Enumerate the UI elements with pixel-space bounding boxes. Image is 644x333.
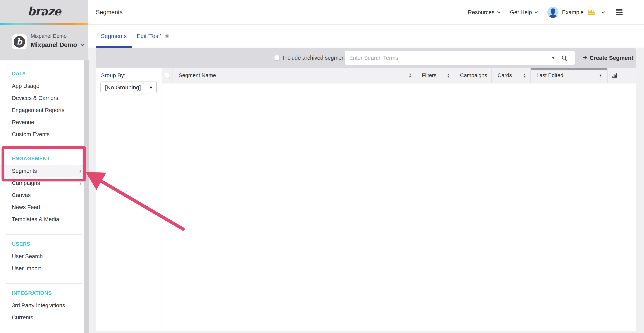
sidebar-item-templates-media[interactable]: Templates & Media (0, 213, 89, 225)
include-archived-checkbox[interactable] (274, 55, 280, 61)
table-body (162, 84, 636, 331)
dropdown-caret-icon: ▾ (150, 85, 152, 91)
chevron-right-icon: › (79, 180, 82, 187)
table-header: Segment Name ▲▼ Filters ▲▼ Campaigns Car… (162, 68, 636, 84)
column-segment-name[interactable]: Segment Name ▲▼ (172, 68, 416, 83)
column-cards[interactable]: Cards ▲▼ (492, 68, 530, 83)
search-box: ▾ (344, 51, 574, 65)
sidebar-divider (6, 234, 82, 235)
user-menu[interactable]: Example (548, 7, 604, 18)
tab-segments[interactable]: Segments (96, 25, 132, 48)
svg-text:braze: braze (28, 5, 62, 18)
select-all-checkbox[interactable] (165, 73, 170, 78)
sidebar-item-user-import[interactable]: User Import (0, 262, 89, 274)
group-by-select[interactable]: [No Grouping] ▾ (100, 82, 157, 93)
sidebar-item-canvas[interactable]: Canvas (0, 189, 89, 201)
resources-menu[interactable]: Resources (468, 9, 500, 16)
user-name: Example (562, 9, 584, 16)
workspace-block: b Mixpanel Demo Mixpanel Demo (0, 25, 88, 61)
group-by-label: Group By: (100, 72, 126, 79)
chevron-down-icon (497, 10, 500, 14)
select-all-cell (162, 68, 172, 83)
workspace-name: Mixpanel Demo (31, 41, 77, 49)
bar-chart-icon (611, 72, 618, 79)
sidebar-item-news-feed[interactable]: News Feed (0, 201, 89, 213)
braze-b-icon: b (14, 36, 25, 48)
chevron-down-icon (602, 10, 605, 14)
get-help-menu[interactable]: Get Help (510, 9, 538, 16)
include-archived-group: Include archived segments (274, 48, 349, 68)
sidebar-section-data: DATA (0, 67, 89, 80)
create-segment-button[interactable]: + Create Segment (580, 48, 636, 68)
column-analytics[interactable] (607, 68, 620, 83)
braze-wordmark-icon: braze (19, 3, 69, 20)
chevron-down-icon (81, 43, 84, 46)
sidebar-item-currents[interactable]: Currents (0, 311, 89, 323)
segments-toolbar: Include archived segments ▾ + Create Seg… (96, 48, 636, 68)
sidebar-section-integrations: INTEGRATIONS (0, 287, 89, 299)
get-help-label: Get Help (510, 9, 532, 16)
hamburger-menu-icon[interactable] (616, 10, 622, 15)
chevron-down-icon (534, 10, 538, 14)
sort-icon[interactable]: ▲▼ (447, 73, 450, 78)
include-archived-label: Include archived segments (283, 55, 349, 61)
workspace-switcher[interactable]: Mixpanel Demo (31, 41, 84, 49)
sort-icon[interactable]: ▲▼ (409, 73, 412, 78)
tab-edit-test[interactable]: Edit 'Test' ✖ (132, 25, 174, 48)
sidebar-item-campaigns[interactable]: Campaigns › (0, 177, 89, 189)
search-icon[interactable] (561, 55, 568, 61)
close-icon[interactable]: ✖ (165, 33, 169, 39)
sidebar-item-user-search[interactable]: User Search (0, 250, 89, 262)
tab-bar: Segments Edit 'Test' ✖ (88, 25, 644, 48)
column-spacer (620, 68, 636, 83)
column-filters[interactable]: Filters ▲▼ (416, 68, 454, 83)
sidebar-item-devices-carriers[interactable]: Devices & Carriers (0, 92, 89, 104)
user-avatar (548, 7, 558, 18)
segments-panel: Include archived segments ▾ + Create Seg… (96, 48, 636, 331)
sidebar-scrollbar[interactable] (84, 61, 89, 333)
sidebar-item-3rd-party-integrations[interactable]: 3rd Party Integrations (0, 299, 89, 311)
top-bar: Segments Resources Get Help Example (0, 0, 644, 25)
brand-gradient-bar (0, 24, 88, 25)
sidebar-divider (6, 283, 82, 284)
sidebar-item-revenue[interactable]: Revenue (0, 116, 89, 128)
braze-logo[interactable]: braze (0, 0, 88, 24)
plus-icon: + (583, 54, 587, 61)
top-nav: Resources Get Help Example (468, 0, 644, 25)
sort-icon[interactable]: ▲▼ (523, 73, 526, 78)
crown-icon (587, 9, 596, 16)
sidebar-item-engagement-reports[interactable]: Engagement Reports (0, 104, 89, 116)
sidebar: DATA App Usage Devices & Carriers Engage… (0, 61, 89, 333)
sidebar-section-users: USERS (0, 238, 89, 250)
column-campaigns[interactable]: Campaigns (454, 68, 492, 83)
sidebar-item-segments[interactable]: Segments › (0, 165, 89, 177)
column-last-edited[interactable]: Last Edited ▼ (530, 68, 607, 83)
sidebar-item-custom-events[interactable]: Custom Events (0, 128, 89, 140)
chevron-right-icon: › (79, 168, 82, 175)
group-by-panel: Group By: [No Grouping] ▾ (96, 68, 162, 331)
sidebar-item-app-usage[interactable]: App Usage (0, 80, 89, 92)
search-dropdown-caret-icon[interactable]: ▾ (552, 51, 554, 65)
sort-desc-icon: ▼ (599, 74, 602, 78)
resources-label: Resources (468, 9, 494, 16)
sidebar-section-engagement: ENGAGEMENT (0, 152, 89, 165)
search-input[interactable] (344, 51, 574, 65)
page-title: Segments (96, 0, 123, 25)
workspace-app-icon: b (12, 34, 27, 49)
workspace-label: Mixpanel Demo (31, 33, 67, 39)
